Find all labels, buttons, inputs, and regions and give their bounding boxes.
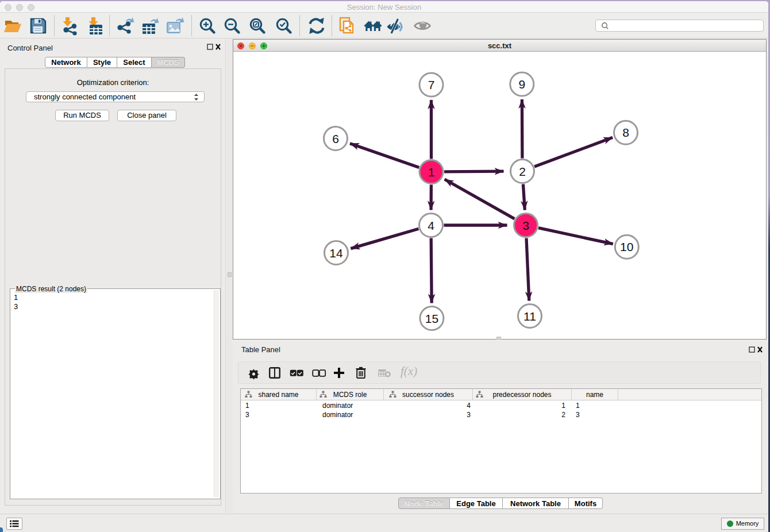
svg-text:11: 11: [523, 310, 536, 323]
svg-text:14: 14: [329, 246, 343, 260]
svg-text:15: 15: [425, 312, 438, 325]
svg-text:1: 1: [428, 165, 435, 179]
svg-text:10: 10: [620, 240, 633, 253]
svg-text:9: 9: [518, 78, 525, 91]
svg-text:4: 4: [428, 219, 434, 232]
svg-text:7: 7: [428, 78, 435, 91]
svg-text:2: 2: [519, 165, 526, 178]
svg-text:6: 6: [332, 132, 339, 145]
svg-text:8: 8: [622, 126, 629, 139]
svg-text:3: 3: [522, 219, 529, 232]
